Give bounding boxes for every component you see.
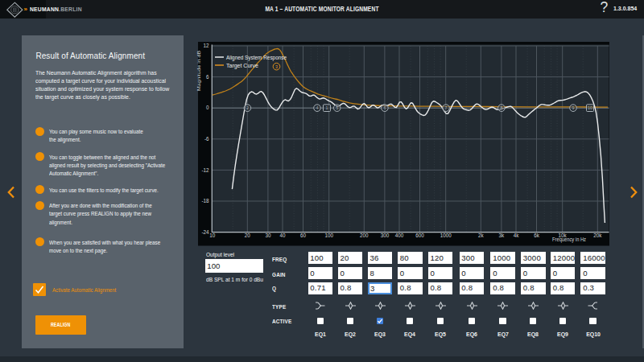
svg-text:20: 20 [245,232,251,238]
svg-text:400: 400 [395,232,404,238]
svg-text:600: 600 [415,232,424,238]
svg-text:60: 60 [300,232,307,238]
svg-text:Target Curve: Target Curve [226,62,258,69]
svg-text:Magnitude in dB: Magnitude in dB [196,51,201,91]
svg-text:5: 5 [336,105,338,110]
svg-text:-18: -18 [201,198,209,204]
svg-text:0: 0 [206,105,209,110]
svg-text:9: 9 [572,105,575,110]
svg-text:100: 100 [324,232,333,238]
svg-text:12: 12 [203,43,209,48]
svg-text:3k: 3k [499,232,506,238]
svg-text:7: 7 [445,105,448,110]
svg-text:40: 40 [279,232,286,238]
svg-text:4: 4 [316,105,319,110]
svg-text:6: 6 [206,74,209,80]
svg-text:2: 2 [246,105,249,110]
svg-text:30: 30 [265,232,271,238]
svg-text:-24: -24 [201,229,209,235]
svg-text:3: 3 [275,64,278,69]
svg-text:1: 1 [326,105,328,110]
svg-text:6: 6 [383,105,386,110]
svg-text:-12: -12 [201,167,209,173]
svg-text:2k: 2k [478,232,485,238]
svg-text:20k: 20k [593,232,602,238]
svg-text:8: 8 [500,105,502,110]
svg-text:Frequency in Hz: Frequency in Hz [552,237,586,243]
svg-text:6k: 6k [534,232,540,238]
svg-text:Aligned System Response: Aligned System Response [226,54,287,61]
svg-text:10: 10 [209,232,216,238]
svg-text:1000: 1000 [440,232,452,238]
svg-text:4k: 4k [514,232,520,238]
svg-text:300: 300 [381,232,390,238]
svg-text:200: 200 [360,232,369,238]
svg-text:-6: -6 [204,136,209,142]
svg-text:10: 10 [588,105,592,110]
